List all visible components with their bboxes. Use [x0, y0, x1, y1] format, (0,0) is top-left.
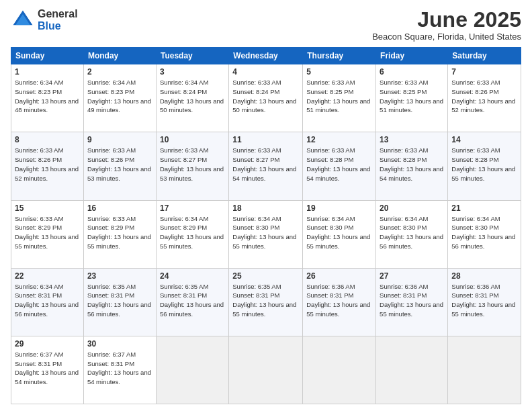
day-number: 15	[15, 203, 80, 213]
day-number: 19	[306, 203, 372, 213]
table-row: 24Sunrise: 6:35 AMSunset: 8:31 PMDayligh…	[156, 268, 228, 336]
page: General Blue June 2025 Beacon Square, Fl…	[0, 0, 532, 411]
day-info: Sunrise: 6:34 AMSunset: 8:31 PMDaylight:…	[15, 283, 79, 318]
day-number: 13	[380, 135, 444, 144]
calendar-table: Sunday Monday Tuesday Wednesday Thursday…	[11, 47, 521, 404]
day-info: Sunrise: 6:35 AMSunset: 8:31 PMDaylight:…	[232, 283, 296, 318]
day-info: Sunrise: 6:33 AMSunset: 8:29 PMDaylight:…	[15, 215, 79, 250]
logo: General Blue	[11, 8, 78, 32]
title-block: June 2025 Beacon Square, Florida, United…	[372, 8, 521, 42]
day-info: Sunrise: 6:34 AMSunset: 8:24 PMDaylight:…	[160, 79, 224, 113]
day-number: 11	[232, 135, 299, 144]
table-row: 14Sunrise: 6:33 AMSunset: 8:28 PMDayligh…	[448, 132, 521, 200]
day-number: 5	[306, 67, 372, 77]
day-number: 7	[451, 67, 517, 77]
day-info: Sunrise: 6:34 AMSunset: 8:23 PMDaylight:…	[15, 79, 79, 113]
month-title: June 2025	[372, 8, 521, 32]
location: Beacon Square, Florida, United States	[372, 32, 521, 42]
table-row: 7Sunrise: 6:33 AMSunset: 8:26 PMDaylight…	[448, 64, 521, 132]
day-number: 26	[306, 271, 372, 281]
table-row: 23Sunrise: 6:35 AMSunset: 8:31 PMDayligh…	[83, 268, 156, 336]
table-row: 15Sunrise: 6:33 AMSunset: 8:29 PMDayligh…	[11, 200, 84, 268]
day-info: Sunrise: 6:33 AMSunset: 8:28 PMDaylight:…	[380, 146, 443, 181]
day-number: 24	[160, 271, 225, 281]
day-info: Sunrise: 6:33 AMSunset: 8:28 PMDaylight:…	[306, 146, 370, 181]
header-saturday: Saturday	[448, 48, 521, 64]
table-row: 30Sunrise: 6:37 AMSunset: 8:31 PMDayligh…	[83, 336, 156, 404]
header-tuesday: Tuesday	[156, 48, 228, 64]
table-row	[229, 336, 303, 404]
day-number: 21	[451, 203, 517, 213]
table-row: 22Sunrise: 6:34 AMSunset: 8:31 PMDayligh…	[11, 268, 84, 336]
table-row: 20Sunrise: 6:34 AMSunset: 8:30 PMDayligh…	[376, 200, 448, 268]
table-row	[303, 336, 376, 404]
day-number: 28	[451, 271, 517, 281]
table-row: 26Sunrise: 6:36 AMSunset: 8:31 PMDayligh…	[303, 268, 376, 336]
day-number: 25	[232, 271, 299, 281]
table-row: 27Sunrise: 6:36 AMSunset: 8:31 PMDayligh…	[376, 268, 448, 336]
table-row: 25Sunrise: 6:35 AMSunset: 8:31 PMDayligh…	[229, 268, 303, 336]
day-info: Sunrise: 6:34 AMSunset: 8:30 PMDaylight:…	[232, 215, 296, 250]
day-number: 22	[15, 271, 80, 281]
day-info: Sunrise: 6:37 AMSunset: 8:31 PMDaylight:…	[87, 351, 151, 385]
header-sunday: Sunday	[11, 48, 84, 64]
table-row: 10Sunrise: 6:33 AMSunset: 8:27 PMDayligh…	[156, 132, 228, 200]
table-row: 9Sunrise: 6:33 AMSunset: 8:26 PMDaylight…	[83, 132, 156, 200]
table-row: 29Sunrise: 6:37 AMSunset: 8:31 PMDayligh…	[11, 336, 84, 404]
day-number: 29	[15, 339, 80, 349]
logo-blue: Blue	[38, 20, 78, 32]
table-row: 8Sunrise: 6:33 AMSunset: 8:26 PMDaylight…	[11, 132, 84, 200]
day-number: 6	[380, 67, 444, 77]
day-number: 9	[87, 135, 152, 144]
day-number: 1	[15, 67, 80, 77]
day-info: Sunrise: 6:33 AMSunset: 8:28 PMDaylight:…	[451, 146, 515, 181]
day-info: Sunrise: 6:35 AMSunset: 8:31 PMDaylight:…	[87, 283, 151, 318]
table-row: 17Sunrise: 6:34 AMSunset: 8:29 PMDayligh…	[156, 200, 228, 268]
header-thursday: Thursday	[303, 48, 376, 64]
day-number: 18	[232, 203, 299, 213]
table-row	[448, 336, 521, 404]
day-number: 16	[87, 203, 152, 213]
day-number: 30	[87, 339, 152, 349]
day-info: Sunrise: 6:33 AMSunset: 8:27 PMDaylight:…	[160, 146, 224, 181]
table-row: 3Sunrise: 6:34 AMSunset: 8:24 PMDaylight…	[156, 64, 228, 132]
weekday-header-row: Sunday Monday Tuesday Wednesday Thursday…	[11, 48, 521, 64]
day-info: Sunrise: 6:33 AMSunset: 8:26 PMDaylight:…	[15, 146, 79, 181]
day-info: Sunrise: 6:35 AMSunset: 8:31 PMDaylight:…	[160, 283, 224, 318]
day-number: 10	[160, 135, 225, 144]
table-row: 16Sunrise: 6:33 AMSunset: 8:29 PMDayligh…	[83, 200, 156, 268]
day-info: Sunrise: 6:36 AMSunset: 8:31 PMDaylight:…	[380, 283, 443, 318]
day-info: Sunrise: 6:34 AMSunset: 8:23 PMDaylight:…	[87, 79, 151, 113]
table-row: 13Sunrise: 6:33 AMSunset: 8:28 PMDayligh…	[376, 132, 448, 200]
day-number: 23	[87, 271, 152, 281]
day-info: Sunrise: 6:33 AMSunset: 8:26 PMDaylight:…	[87, 146, 151, 181]
day-info: Sunrise: 6:34 AMSunset: 8:30 PMDaylight:…	[451, 215, 515, 250]
day-info: Sunrise: 6:34 AMSunset: 8:30 PMDaylight:…	[380, 215, 443, 250]
header-friday: Friday	[376, 48, 448, 64]
day-info: Sunrise: 6:33 AMSunset: 8:25 PMDaylight:…	[380, 79, 443, 113]
day-number: 12	[306, 135, 372, 144]
table-row: 18Sunrise: 6:34 AMSunset: 8:30 PMDayligh…	[229, 200, 303, 268]
table-row: 4Sunrise: 6:33 AMSunset: 8:24 PMDaylight…	[229, 64, 303, 132]
table-row: 19Sunrise: 6:34 AMSunset: 8:30 PMDayligh…	[303, 200, 376, 268]
day-number: 17	[160, 203, 225, 213]
day-info: Sunrise: 6:33 AMSunset: 8:24 PMDaylight:…	[232, 79, 296, 113]
header: General Blue June 2025 Beacon Square, Fl…	[11, 8, 521, 42]
day-number: 20	[380, 203, 444, 213]
day-info: Sunrise: 6:34 AMSunset: 8:30 PMDaylight:…	[306, 215, 370, 250]
table-row: 21Sunrise: 6:34 AMSunset: 8:30 PMDayligh…	[448, 200, 521, 268]
table-row: 11Sunrise: 6:33 AMSunset: 8:27 PMDayligh…	[229, 132, 303, 200]
table-row: 5Sunrise: 6:33 AMSunset: 8:25 PMDaylight…	[303, 64, 376, 132]
day-info: Sunrise: 6:36 AMSunset: 8:31 PMDaylight:…	[451, 283, 515, 318]
day-number: 3	[160, 67, 225, 77]
table-row: 28Sunrise: 6:36 AMSunset: 8:31 PMDayligh…	[448, 268, 521, 336]
day-number: 8	[15, 135, 80, 144]
table-row: 2Sunrise: 6:34 AMSunset: 8:23 PMDaylight…	[83, 64, 156, 132]
day-info: Sunrise: 6:33 AMSunset: 8:27 PMDaylight:…	[232, 146, 296, 181]
header-wednesday: Wednesday	[229, 48, 303, 64]
table-row	[156, 336, 228, 404]
day-number: 27	[380, 271, 444, 281]
day-number: 4	[232, 67, 299, 77]
day-info: Sunrise: 6:33 AMSunset: 8:29 PMDaylight:…	[87, 215, 151, 250]
logo-icon	[11, 8, 35, 32]
